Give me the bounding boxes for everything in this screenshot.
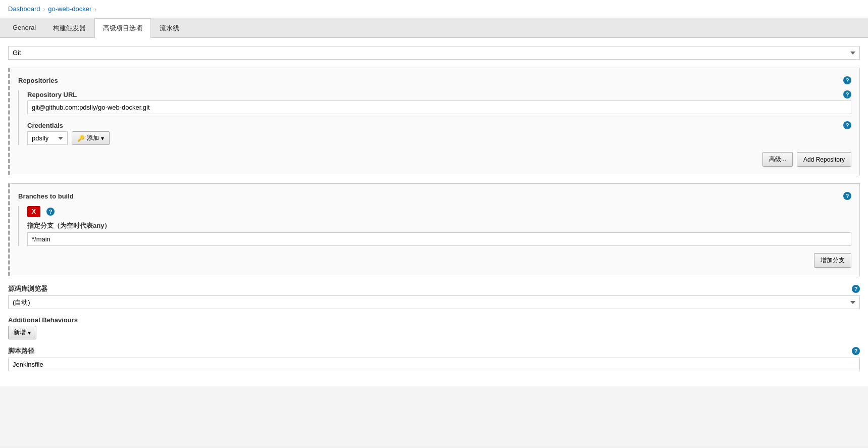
- source-browser-select[interactable]: (自动): [8, 295, 860, 309]
- branches-panel-actions: 增加分支: [18, 253, 851, 268]
- branch-label: 指定分支（为空时代表any）: [27, 221, 111, 230]
- add-credentials-button[interactable]: 🔑 添加 ▾: [72, 131, 110, 145]
- credentials-label-row: Credentials ?: [27, 121, 851, 129]
- add-repository-button[interactable]: Add Repository: [797, 152, 851, 167]
- repositories-panel-actions: 高级... Add Repository: [18, 152, 851, 167]
- repositories-help-icon[interactable]: ?: [843, 76, 851, 84]
- script-path-group: 脚本路径 ?: [8, 346, 860, 371]
- branch-input[interactable]: [27, 232, 851, 246]
- add-credentials-label: 添加: [87, 134, 99, 142]
- additional-behaviours-label: Additional Behaviours: [8, 316, 78, 324]
- branches-panel: Branches to build ? X ? 指定分支（为空时代表any） 增…: [8, 183, 860, 276]
- source-browser-label-row: 源码库浏览器 ?: [8, 284, 860, 293]
- branches-help-icon[interactable]: ?: [843, 192, 851, 200]
- delete-branch-button[interactable]: X: [27, 206, 40, 217]
- source-browser-label: 源码库浏览器: [8, 284, 47, 293]
- tab-bar: General 构建触发器 高级项目选项 流水线: [0, 18, 868, 38]
- new-behaviour-button[interactable]: 新增 ▾: [8, 326, 36, 339]
- source-browser-group: 源码库浏览器 ? (自动): [8, 284, 860, 309]
- main-content: General 构建触发器 高级项目选项 流水线 Git None Reposi…: [0, 18, 868, 446]
- script-path-help-icon[interactable]: ?: [852, 347, 860, 355]
- additional-behaviours-group: Additional Behaviours 新增 ▾: [8, 316, 860, 339]
- branch-entry-row: X ?: [27, 206, 851, 217]
- dropdown-chevron: ▾: [101, 135, 104, 142]
- repositories-panel-header: Repositories ?: [18, 76, 851, 84]
- credentials-label: Credentials: [27, 122, 63, 129]
- credentials-group: Credentials ? pdslly 🔑 添加 ▾: [27, 121, 851, 145]
- breadcrumb: Dashboard › go-web-docker ›: [0, 0, 868, 18]
- repo-url-input[interactable]: [27, 101, 851, 114]
- repositories-title: Repositories: [18, 77, 58, 84]
- branches-panel-header: Branches to build ?: [18, 192, 851, 200]
- repo-url-help-icon[interactable]: ?: [843, 90, 851, 98]
- new-behaviour-label: 新增: [14, 328, 26, 337]
- script-path-input[interactable]: [8, 358, 860, 371]
- breadcrumb-project[interactable]: go-web-docker: [48, 5, 91, 13]
- add-branch-button[interactable]: 增加分支: [814, 253, 851, 268]
- breadcrumb-sep-1: ›: [43, 6, 45, 12]
- branch-input-group: 指定分支（为空时代表any）: [27, 221, 851, 246]
- tab-build-triggers[interactable]: 构建触发器: [44, 18, 94, 38]
- credentials-help-icon[interactable]: ?: [843, 121, 851, 129]
- source-browser-help-icon[interactable]: ?: [852, 285, 860, 293]
- content-area: Git None Repositories ? Repository URL ?: [0, 38, 868, 386]
- branch-label-row: 指定分支（为空时代表any）: [27, 221, 851, 230]
- branches-title: Branches to build: [18, 192, 74, 200]
- tab-general[interactable]: General: [4, 18, 44, 38]
- credentials-select[interactable]: pdslly: [27, 131, 68, 145]
- repo-url-label: Repository URL: [27, 91, 77, 98]
- repo-url-group: Repository URL ?: [27, 90, 851, 114]
- credentials-row: pdslly 🔑 添加 ▾: [27, 131, 851, 145]
- breadcrumb-sep-2: ›: [94, 6, 96, 12]
- script-path-label: 脚本路径: [8, 346, 34, 356]
- script-path-label-row: 脚本路径 ?: [8, 346, 860, 356]
- additional-behaviours-label-row: Additional Behaviours: [8, 316, 860, 324]
- new-behaviour-chevron: ▾: [28, 329, 31, 336]
- scm-select-row: Git None: [8, 46, 860, 60]
- scm-select[interactable]: Git None: [8, 46, 860, 60]
- repositories-panel: Repositories ? Repository URL ? Credenti…: [8, 68, 860, 175]
- breadcrumb-dashboard[interactable]: Dashboard: [8, 5, 40, 13]
- key-icon: 🔑: [77, 135, 85, 142]
- advanced-button[interactable]: 高级...: [762, 152, 793, 167]
- tab-advanced-options[interactable]: 高级项目选项: [94, 18, 151, 38]
- branch-help-icon[interactable]: ?: [46, 208, 55, 216]
- repo-url-label-row: Repository URL ?: [27, 90, 851, 98]
- tab-pipeline[interactable]: 流水线: [151, 18, 188, 38]
